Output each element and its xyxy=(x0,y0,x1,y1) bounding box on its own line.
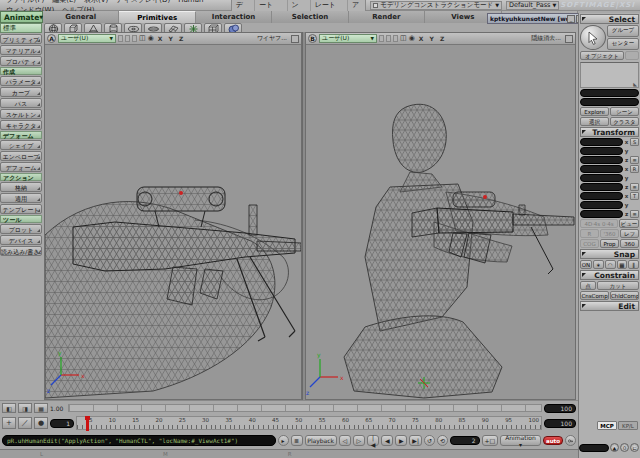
ref-button[interactable]: レフ xyxy=(620,229,639,238)
display-options-icon[interactable]: ◫ xyxy=(139,34,146,43)
translate-mode-button[interactable]: T xyxy=(630,192,639,200)
toolbar-button[interactable]: プリミティブ xyxy=(0,34,42,44)
snap-section-header[interactable]: Snap xyxy=(580,249,639,259)
visibility-eye-icon[interactable]: ◉ xyxy=(148,34,154,43)
cluster-button[interactable]: クラスタ xyxy=(610,117,639,126)
axis-toggle-xyz[interactable]: X Y Z xyxy=(158,35,186,42)
toolbar-button[interactable]: マテリアル xyxy=(0,45,42,55)
toolbar-button[interactable]: エンベロープ xyxy=(0,151,42,161)
toolbar-button[interactable]: カーブ xyxy=(0,87,42,97)
viewport-letter-button[interactable]: A xyxy=(47,34,56,43)
layout-single-icon[interactable]: ◧ xyxy=(2,403,16,413)
selection-name-field[interactable] xyxy=(580,98,639,106)
deg360-button[interactable]: 360 xyxy=(620,239,639,248)
constrain-section-header[interactable]: Constrain xyxy=(580,270,639,280)
mcp-tab-button[interactable]: MCP xyxy=(597,421,617,430)
toolbar-tab[interactable]: Render xyxy=(349,11,425,23)
animation-menu-button[interactable]: Animation ▾ xyxy=(500,435,541,446)
scale-z-field[interactable] xyxy=(580,156,623,164)
edit-section-header[interactable]: Edit xyxy=(580,301,639,311)
layout-split-icon[interactable]: ◨ xyxy=(18,403,32,413)
snap-curve-icon[interactable]: ◠ xyxy=(605,260,616,269)
script-editor-icon[interactable]: ≣ xyxy=(291,435,303,446)
preset-field[interactable]: 標準 xyxy=(0,23,42,33)
toolbar-button[interactable]: 格納 xyxy=(0,182,42,192)
pass-dropdown[interactable]: Default_Pass ▼ xyxy=(506,1,559,10)
cnscomp-toggle[interactable]: CnsComp xyxy=(580,291,609,300)
toolbar-button[interactable]: キャラクタ xyxy=(0,120,42,130)
rotate-y-field[interactable] xyxy=(580,174,623,182)
construction-mode-dropdown[interactable]: モデリングコンストラクションモード ▼ xyxy=(370,1,502,10)
toolbar-button[interactable]: スケルトン xyxy=(0,109,42,119)
toolbar-button[interactable]: テンプレート xyxy=(0,204,42,214)
toolbar-tab[interactable]: Interaction xyxy=(196,11,272,23)
toolbar-button[interactable]: プロット xyxy=(0,224,42,234)
run-script-icon[interactable]: ▸ xyxy=(278,435,289,446)
rotate-z-field[interactable] xyxy=(580,183,623,191)
toolbar-tab[interactable]: Primitives xyxy=(119,11,195,23)
panel-expand-icon[interactable]: ⊏ xyxy=(630,443,639,452)
menu-item[interactable]: 編集(E) xyxy=(48,0,80,4)
autokey-button[interactable]: auto xyxy=(543,436,563,445)
rotate-mode-button[interactable]: R xyxy=(630,165,639,173)
floating-window-titlebar[interactable]: kptkyuhkunsotNew [workgroup ... _ X xyxy=(487,13,586,24)
rotate-spinner[interactable]: ≡ xyxy=(630,183,639,191)
translate-x-field[interactable] xyxy=(580,192,623,200)
range-end-field[interactable]: 100 xyxy=(544,404,576,413)
snap-on-toggle[interactable]: ON xyxy=(580,260,592,269)
prop-button[interactable]: Prop xyxy=(600,239,619,248)
menu-item[interactable]: ファイル(F) xyxy=(2,0,48,4)
toolbar-button[interactable]: デバイス xyxy=(0,235,42,245)
viewport-letter-button[interactable]: B xyxy=(308,34,317,43)
scale-y-field[interactable] xyxy=(580,147,623,155)
axis-toggle-xyz[interactable]: X Y Z xyxy=(419,35,447,42)
translate-z-field[interactable] xyxy=(580,210,623,218)
key-icon[interactable] xyxy=(565,435,576,446)
object-button[interactable]: オブジェクト xyxy=(580,51,624,60)
memo-cam-slot[interactable] xyxy=(379,35,384,42)
select-tool-button[interactable] xyxy=(580,25,606,50)
memo-cam-slot[interactable] xyxy=(118,35,123,42)
constrain-point-button[interactable]: 点 xyxy=(580,281,596,290)
camera-dropdown[interactable]: ユーザ(U) ▼ xyxy=(58,34,116,43)
minimize-button[interactable]: _ xyxy=(567,15,575,23)
snap-increment-icon[interactable]: ‖ xyxy=(628,260,639,269)
prev-frame-button[interactable]: ◀ xyxy=(381,435,393,446)
selection-list[interactable] xyxy=(580,62,639,88)
mini-command-field[interactable] xyxy=(579,444,609,452)
toolbar-button[interactable]: デフォーム xyxy=(0,162,42,172)
go-first-frame-button[interactable]: |◀ xyxy=(367,435,380,446)
center-button[interactable]: センター xyxy=(607,38,639,50)
script-command-line[interactable]: pR.uhHumanEdit("ApplyAction", "HumanCTL"… xyxy=(2,435,276,446)
chldcomp-toggle[interactable]: ChldComp xyxy=(610,291,639,300)
frame-start-field[interactable]: 1 xyxy=(50,419,74,428)
display-options-icon[interactable]: ◫ xyxy=(400,34,407,43)
translate-spinner[interactable]: ≡ xyxy=(630,210,639,218)
frame-end-field[interactable]: 100 xyxy=(544,419,576,428)
menu-item[interactable]: Human xyxy=(174,0,207,4)
toolbar-button[interactable]: 適用 xyxy=(0,193,42,203)
pan-tool-icon[interactable]: + xyxy=(2,417,16,429)
menu-item[interactable]: 表示(V) xyxy=(80,0,112,4)
selection-name-field[interactable] xyxy=(580,89,639,97)
toolbar-button[interactable]: パラメータ xyxy=(0,76,42,86)
constrain-cut-button[interactable]: カット xyxy=(597,281,639,290)
camera-dropdown[interactable]: ユーザ(U) ▼ xyxy=(319,34,377,43)
group-button[interactable]: グループ xyxy=(607,25,639,37)
timeline-ruler[interactable]: 5101520253035404550556065707580859095100 xyxy=(76,416,542,430)
range-slider[interactable] xyxy=(68,404,542,412)
module-dropdown[interactable]: Animate ▼ xyxy=(0,11,43,23)
translate-y-field[interactable] xyxy=(580,201,623,209)
step-forward-button[interactable]: ▷ xyxy=(353,435,365,446)
loop-icon[interactable]: ↺ xyxy=(424,435,435,446)
scale-spinner[interactable]: ≡ xyxy=(630,156,639,164)
menu-item[interactable]: ディスプレイ(D) xyxy=(112,0,174,4)
dot-tool-icon[interactable]: ● xyxy=(34,417,48,429)
memo-cam-slot[interactable] xyxy=(386,35,391,42)
memo-cam-slot[interactable] xyxy=(393,35,398,42)
snap-grid-icon[interactable]: ▦ xyxy=(617,260,628,269)
viewport-a-canvas[interactable]: x y z xyxy=(45,45,301,399)
rotate-x-field[interactable] xyxy=(580,165,623,173)
realtime-icon[interactable]: ⟲ xyxy=(437,435,448,446)
toolbar-tab[interactable]: General xyxy=(43,11,119,23)
